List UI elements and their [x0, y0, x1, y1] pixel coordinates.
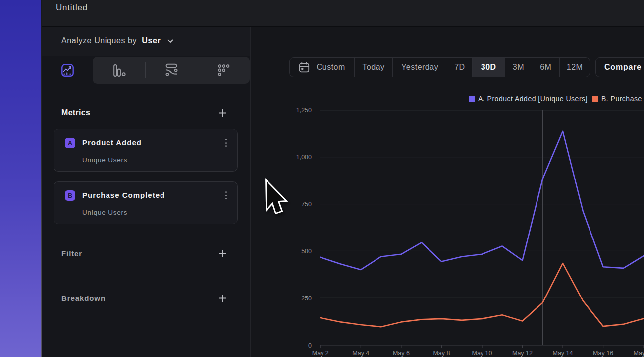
- svg-text:0: 0: [308, 342, 312, 349]
- svg-text:May 10: May 10: [472, 350, 492, 357]
- svg-text:May 12: May 12: [512, 350, 533, 357]
- svg-text:May 4: May 4: [352, 350, 369, 357]
- svg-text:May 2: May 2: [312, 350, 329, 357]
- svg-text:250: 250: [301, 295, 312, 302]
- svg-text:1,000: 1,000: [296, 154, 312, 161]
- svg-text:May 6: May 6: [393, 350, 410, 357]
- svg-text:May 14: May 14: [553, 350, 573, 357]
- svg-text:1,250: 1,250: [296, 107, 312, 114]
- svg-text:500: 500: [301, 248, 312, 255]
- svg-text:May 18: May 18: [634, 350, 644, 357]
- svg-text:750: 750: [301, 201, 312, 208]
- svg-text:May 16: May 16: [593, 350, 613, 357]
- svg-text:May 8: May 8: [433, 350, 450, 357]
